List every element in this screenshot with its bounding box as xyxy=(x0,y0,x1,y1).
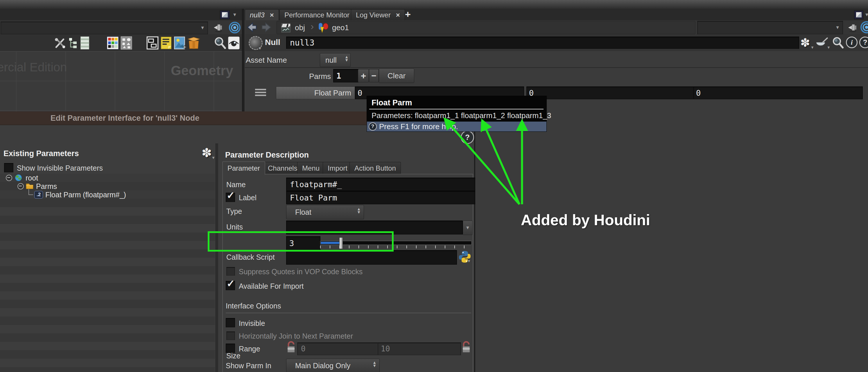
parms-count-input[interactable]: 1 xyxy=(333,69,361,82)
tree-row-float-parm[interactable]: .2 Float Parm (floatparm#_) xyxy=(0,190,215,199)
tab-parameter[interactable]: Parameter xyxy=(222,161,265,175)
parm-search-icon[interactable] xyxy=(831,36,844,49)
type-value: Float xyxy=(295,208,311,216)
gear-dropdown-icon[interactable]: ▼ xyxy=(212,156,215,160)
node-name-value: null3 xyxy=(290,38,314,47)
forward-button[interactable] xyxy=(260,22,273,33)
float-parm-label-button[interactable]: Float Parm xyxy=(276,87,355,99)
range-checkbox[interactable] xyxy=(226,344,235,353)
pin-icon-right[interactable] xyxy=(847,22,860,33)
name-input[interactable]: floatparm#_ xyxy=(286,178,475,191)
node-name-input[interactable]: null3 xyxy=(286,37,799,49)
tab-log-viewer[interactable]: Log Viewer × xyxy=(351,9,405,20)
follow-selection-icon[interactable] xyxy=(228,22,241,34)
network-canvas[interactable]: ercial Edition Geometry xyxy=(0,51,242,111)
lock-open-icon[interactable] xyxy=(286,341,296,353)
gear-icon[interactable]: ✽ xyxy=(800,36,810,49)
python-dropdown-icon[interactable]: ▼ xyxy=(467,259,471,263)
tab-channels[interactable]: Channels xyxy=(263,162,302,174)
parm-filter-combo[interactable]: ▼ xyxy=(697,21,843,34)
add-parm-button[interactable]: + xyxy=(358,69,369,82)
close-icon[interactable]: × xyxy=(270,11,274,19)
tools-icon[interactable] xyxy=(54,37,66,49)
available-for-import-checkbox[interactable]: ✓ xyxy=(226,281,235,290)
tree-view-icon[interactable] xyxy=(67,37,79,49)
tree-row-root[interactable]: root xyxy=(0,173,215,182)
name-value: floatparm#_ xyxy=(290,180,342,189)
collapse-icon[interactable] xyxy=(6,175,12,181)
spinner-icon[interactable]: ▲ ▼ xyxy=(372,361,376,367)
tree-label-root[interactable]: root xyxy=(26,174,38,182)
remove-parm-button[interactable]: − xyxy=(369,69,379,82)
spinner-down-icon[interactable]: ▼ xyxy=(344,59,349,62)
search-icon[interactable] xyxy=(214,36,226,50)
spinner-down-icon[interactable]: ▼ xyxy=(372,364,376,367)
gear-dropdown-icon[interactable]: ▼ xyxy=(810,45,814,49)
size-input[interactable]: 3 xyxy=(286,236,320,250)
ladle-dropdown-icon[interactable]: ▼ xyxy=(827,45,831,49)
chevron-down-icon[interactable]: ▼ xyxy=(835,25,840,30)
dialog-help-icon[interactable]: ? xyxy=(461,131,474,144)
spinner-icon[interactable]: ▲ ▼ xyxy=(357,207,361,214)
tab-null3[interactable]: null3 × xyxy=(245,9,279,20)
pane-menu-dropdown-icon-right[interactable]: ▼ xyxy=(865,12,868,18)
tree-label-float-parm[interactable]: Float Parm (floatparm#_) xyxy=(45,191,126,199)
list-view-icon[interactable] xyxy=(79,36,91,50)
pane-menu-dropdown-icon[interactable]: ▼ xyxy=(232,12,237,18)
type-select[interactable]: Float ▲ ▼ xyxy=(286,205,364,219)
follow-selection-icon-right[interactable] xyxy=(860,21,868,34)
new-tab-button[interactable]: + xyxy=(401,9,414,20)
network-box-icon[interactable] xyxy=(146,36,159,50)
breadcrumb-item-geo1[interactable]: geo1 xyxy=(332,23,349,32)
pane-menu-icon[interactable] xyxy=(220,10,230,19)
lock-open-icon-2[interactable] xyxy=(461,341,471,353)
range-max-input[interactable]: 10 xyxy=(378,342,461,355)
show-parm-in-select[interactable]: Main Dialog Only ▲ ▼ xyxy=(286,359,380,372)
pane-divider[interactable] xyxy=(242,9,245,111)
range-min-input[interactable]: 0 xyxy=(297,342,381,355)
units-input[interactable] xyxy=(286,221,463,234)
close-icon[interactable]: × xyxy=(396,11,400,19)
back-button[interactable] xyxy=(246,22,258,33)
tooltip-help-row: ? Press F1 for more help. xyxy=(367,122,547,131)
show-parm-in-value: Main Dialog Only xyxy=(295,362,350,370)
tree-label-parms[interactable]: Parms xyxy=(36,182,57,191)
tab-menu[interactable]: Menu xyxy=(297,162,324,174)
pane-menu-icon-right[interactable] xyxy=(854,10,863,19)
color-palette-icon[interactable] xyxy=(106,36,119,50)
parameter-tree[interactable]: root Parms .2 xyxy=(0,173,215,372)
show-invisible-checkbox[interactable] xyxy=(4,163,13,172)
info-icon[interactable]: i xyxy=(846,37,858,48)
collapse-icon[interactable] xyxy=(18,183,24,190)
sticky-note-icon[interactable] xyxy=(160,36,172,50)
spinner-down-icon[interactable]: ▼ xyxy=(357,211,361,214)
node-menu-dropdown-icon[interactable]: ▼ xyxy=(258,46,262,50)
shape-palette-icon[interactable] xyxy=(120,36,132,50)
spinner-icon[interactable]: ▲ ▼ xyxy=(344,56,349,62)
units-label: Units xyxy=(226,223,243,231)
label-input[interactable]: Float Parm xyxy=(286,191,475,204)
float-value-input-2[interactable]: 0 xyxy=(526,87,695,99)
callback-script-input[interactable] xyxy=(286,250,457,265)
pin-icon[interactable] xyxy=(213,22,225,33)
chevron-down-icon[interactable]: ▼ xyxy=(200,25,205,31)
float-value-input-3[interactable]: 0 xyxy=(693,87,863,99)
dialog-panel-divider[interactable] xyxy=(216,143,218,372)
visibility-eye-icon[interactable] xyxy=(227,36,240,50)
size-slider-track[interactable] xyxy=(320,241,472,245)
invisible-checkbox[interactable] xyxy=(226,318,235,327)
clear-label: Clear xyxy=(388,71,406,80)
background-image-icon[interactable]: + xyxy=(174,36,186,50)
clear-button[interactable]: Clear xyxy=(379,68,414,83)
gear-icon[interactable]: ✽ xyxy=(202,146,212,160)
tab-import[interactable]: Import xyxy=(323,162,352,174)
units-dropdown-button[interactable]: ▼ xyxy=(463,221,473,235)
breadcrumb-item-obj[interactable]: obj xyxy=(295,23,305,32)
network-path-combo[interactable]: ▼ xyxy=(1,22,208,34)
asset-name-select[interactable]: null ▲ ▼ xyxy=(320,53,351,67)
parms-count-value: 1 xyxy=(336,71,341,80)
gallery-box-icon[interactable] xyxy=(187,36,200,50)
tab-action-button[interactable]: Action Button xyxy=(349,162,401,174)
label-checkbox[interactable]: ✓ xyxy=(226,193,235,202)
parm-handle-icon[interactable] xyxy=(255,89,266,96)
